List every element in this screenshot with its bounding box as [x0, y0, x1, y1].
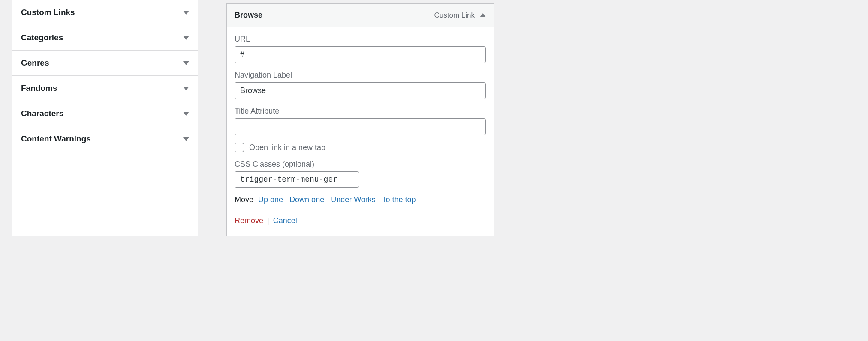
chevron-up-icon [480, 13, 486, 17]
chevron-down-icon [183, 112, 189, 116]
menu-item-type: Custom Link [434, 11, 486, 20]
chevron-down-icon [183, 61, 189, 65]
menu-item-body: URL Navigation Label Title Attribute Ope… [227, 27, 494, 236]
new-tab-label: Open link in a new tab [249, 143, 326, 152]
chevron-down-icon [183, 36, 189, 40]
accordion-sidebar: Custom Links Categories Genres Fandoms C… [12, 0, 198, 236]
menu-item-panel: Browse Custom Link URL Navigation Label … [220, 0, 494, 236]
accordion-item-fandoms[interactable]: Fandoms [12, 75, 198, 101]
accordion-label: Fandoms [21, 84, 57, 93]
menu-item-title: Browse [235, 11, 262, 20]
remove-link[interactable]: Remove [235, 216, 263, 225]
nav-label-input[interactable] [235, 82, 486, 99]
field-group-css-classes: CSS Classes (optional) [235, 160, 486, 188]
field-group-url: URL [235, 35, 486, 63]
cancel-link[interactable]: Cancel [273, 216, 297, 225]
accordion-label: Custom Links [21, 8, 75, 17]
nav-label-label: Navigation Label [235, 71, 486, 80]
new-tab-row: Open link in a new tab [235, 143, 486, 152]
menu-item-header[interactable]: Browse Custom Link [227, 4, 494, 27]
accordion-item-categories[interactable]: Categories [12, 25, 198, 50]
url-label: URL [235, 35, 486, 44]
menu-item-card: Browse Custom Link URL Navigation Label … [226, 3, 494, 236]
chevron-down-icon [183, 137, 189, 141]
accordion-label: Content Warnings [21, 134, 91, 144]
new-tab-checkbox[interactable] [235, 143, 244, 152]
chevron-down-icon [183, 87, 189, 90]
url-input[interactable] [235, 46, 486, 63]
chevron-down-icon [183, 11, 189, 15]
accordion-item-characters[interactable]: Characters [12, 101, 198, 126]
move-under-link[interactable]: Under Works [331, 195, 376, 204]
move-down-one-link[interactable]: Down one [289, 195, 324, 204]
title-attr-label: Title Attribute [235, 107, 486, 116]
accordion-item-content-warnings[interactable]: Content Warnings [12, 126, 198, 151]
move-label: Move [235, 195, 253, 204]
move-row: Move Up one Down one Under Works To the … [235, 195, 486, 204]
accordion-label: Characters [21, 109, 63, 118]
field-group-title-attr: Title Attribute [235, 107, 486, 135]
accordion-item-genres[interactable]: Genres [12, 50, 198, 75]
title-attr-input[interactable] [235, 118, 486, 135]
css-classes-label: CSS Classes (optional) [235, 160, 486, 169]
accordion-item-custom-links[interactable]: Custom Links [12, 0, 198, 25]
move-to-top-link[interactable]: To the top [382, 195, 416, 204]
action-row: Remove | Cancel [235, 216, 486, 225]
action-separator: | [267, 216, 269, 225]
accordion-label: Categories [21, 33, 63, 42]
menu-item-type-label: Custom Link [434, 11, 475, 20]
css-classes-input[interactable] [235, 171, 359, 188]
field-group-nav-label: Navigation Label [235, 71, 486, 99]
move-up-one-link[interactable]: Up one [258, 195, 283, 204]
accordion-label: Genres [21, 58, 49, 68]
